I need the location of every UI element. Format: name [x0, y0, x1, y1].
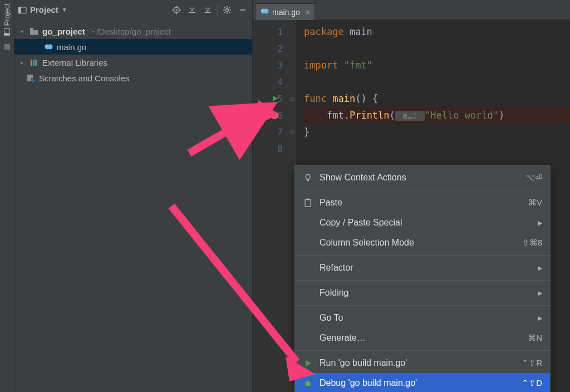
- menu-shortcut: ⇧⌘8: [522, 238, 542, 248]
- project-rail-label: Project: [3, 3, 11, 26]
- menu-separator: [295, 305, 550, 306]
- gutter-line[interactable]: 3: [253, 57, 288, 74]
- svg-rect-2: [4, 44, 10, 50]
- menu-item[interactable]: Generate…⌘N: [295, 328, 550, 348]
- menu-item-label: Refactor: [320, 263, 531, 273]
- svg-rect-4: [18, 7, 21, 13]
- tree-root-row[interactable]: ▾ go_project ~/Desktop/go_project: [14, 23, 252, 39]
- code-line: import "fmt": [304, 57, 570, 74]
- menu-item[interactable]: Go To▶: [295, 308, 550, 328]
- gutter-line[interactable]: 6: [253, 107, 288, 124]
- tree-ext-lib-row[interactable]: ▸ External Libraries: [14, 55, 252, 70]
- menu-item[interactable]: Copy / Paste Special▶: [295, 213, 550, 233]
- menu-shortcut: ⌥⏎: [525, 173, 542, 183]
- close-icon[interactable]: ×: [306, 8, 310, 17]
- svg-rect-47: [307, 199, 309, 200]
- svg-point-39: [264, 9, 269, 14]
- run-gutter-icon[interactable]: [272, 94, 278, 104]
- expand-icon: [188, 6, 196, 14]
- run-icon: [303, 358, 313, 368]
- paste-icon: [303, 198, 313, 208]
- menu-item[interactable]: Run 'go build main.go'⌃⇧R: [295, 353, 550, 373]
- code-line: [304, 74, 570, 90]
- svg-point-6: [175, 9, 177, 11]
- svg-line-23: [229, 7, 230, 8]
- line-gutter[interactable]: 1 2 3 4 5 6 7 8: [253, 20, 288, 392]
- project-tool-button[interactable]: Project: [3, 3, 11, 36]
- project-view-selector[interactable]: Project ▼: [18, 5, 67, 14]
- svg-rect-32: [33, 60, 35, 66]
- library-icon: [29, 57, 39, 67]
- menu-separator: [295, 255, 550, 256]
- expand-all-button[interactable]: [186, 4, 198, 16]
- svg-point-42: [263, 11, 263, 11]
- menu-item-label: Generate…: [320, 333, 521, 343]
- breakpoint-icon[interactable]: [271, 111, 278, 119]
- gutter-line[interactable]: 2: [253, 40, 288, 57]
- param-hint: a…:: [395, 111, 425, 121]
- gutter-line[interactable]: 1: [253, 23, 288, 40]
- editor-tab[interactable]: main.go ×: [255, 3, 315, 20]
- svg-line-51: [305, 383, 306, 383]
- chevron-right-icon: ▶: [538, 264, 542, 272]
- tool-window-rail: Project: [0, 0, 14, 392]
- menu-item-label: Go To: [320, 313, 531, 323]
- collapse-icon: [204, 6, 212, 14]
- scratch-icon: [26, 73, 36, 83]
- svg-rect-45: [307, 180, 309, 181]
- project-header-icon: [18, 6, 27, 14]
- chevron-right-icon[interactable]: ▸: [18, 60, 26, 66]
- go-file-icon: [260, 7, 269, 17]
- svg-marker-48: [306, 360, 311, 366]
- chevron-down-icon: ▼: [62, 7, 67, 13]
- menu-item[interactable]: Column Selection Mode⇧⌘8: [295, 233, 550, 253]
- debug-icon: [303, 378, 313, 388]
- tree-scratch-name: Scratches and Consoles: [39, 74, 130, 83]
- menu-item[interactable]: Refactor▶: [295, 258, 550, 278]
- chevron-down-icon[interactable]: ▾: [18, 28, 26, 35]
- code-line: func main() {: [304, 90, 570, 107]
- menu-item-label: Column Selection Mode: [320, 238, 515, 248]
- structure-rail-icon[interactable]: [3, 42, 12, 51]
- menu-shortcut: ⌘N: [528, 333, 542, 343]
- tree-ext-name: External Libraries: [42, 58, 107, 67]
- go-file-icon: [43, 42, 53, 52]
- context-menu[interactable]: Show Context Actions⌥⏎Paste⌘VCopy / Past…: [294, 165, 551, 392]
- panel-settings-button[interactable]: [221, 4, 233, 16]
- fold-close-icon[interactable]: ⊟: [288, 124, 296, 140]
- folder-icon: [29, 26, 39, 36]
- menu-item[interactable]: Paste⌘V: [295, 193, 550, 213]
- menu-item[interactable]: Folding▶: [295, 283, 550, 303]
- menu-item[interactable]: Show Context Actions⌥⏎: [295, 168, 550, 188]
- code-line: [304, 40, 570, 57]
- svg-line-54: [310, 385, 311, 385]
- project-panel-title: Project: [30, 5, 58, 14]
- menu-separator: [295, 190, 550, 190]
- svg-line-22: [224, 12, 225, 13]
- menu-item-label: Run 'go build main.go': [320, 358, 515, 368]
- gutter-line[interactable]: 7: [253, 124, 288, 140]
- svg-point-29: [47, 46, 47, 47]
- menu-item[interactable]: Debug 'go build main.go'⌃⇧D: [295, 373, 550, 392]
- panel-hide-button[interactable]: [237, 4, 249, 16]
- target-icon: [172, 6, 181, 14]
- gutter-line[interactable]: 8: [253, 140, 288, 157]
- collapse-all-button[interactable]: [202, 4, 214, 16]
- menu-shortcut: ⌃⇧D: [522, 378, 542, 388]
- gutter-line[interactable]: 5: [253, 90, 288, 107]
- tree-file-row[interactable]: main.go: [14, 39, 252, 55]
- code-line: package main: [304, 23, 570, 40]
- fold-open-icon[interactable]: ⊟: [288, 90, 296, 107]
- project-tree[interactable]: ▾ go_project ~/Desktop/go_project main.g…: [14, 20, 252, 392]
- tree-root-path: ~/Desktop/go_project: [92, 27, 171, 36]
- tree-scratch-row[interactable]: Scratches and Consoles: [14, 70, 252, 86]
- project-rail-icon: [3, 28, 11, 36]
- locate-button[interactable]: [170, 4, 183, 16]
- svg-line-20: [224, 7, 225, 8]
- minimize-icon: [239, 6, 247, 14]
- gutter-line[interactable]: 4: [253, 74, 288, 90]
- svg-line-21: [229, 12, 230, 13]
- menu-separator: [295, 350, 550, 351]
- code-line: }: [304, 124, 570, 140]
- menu-item-label: Copy / Paste Special: [320, 218, 531, 228]
